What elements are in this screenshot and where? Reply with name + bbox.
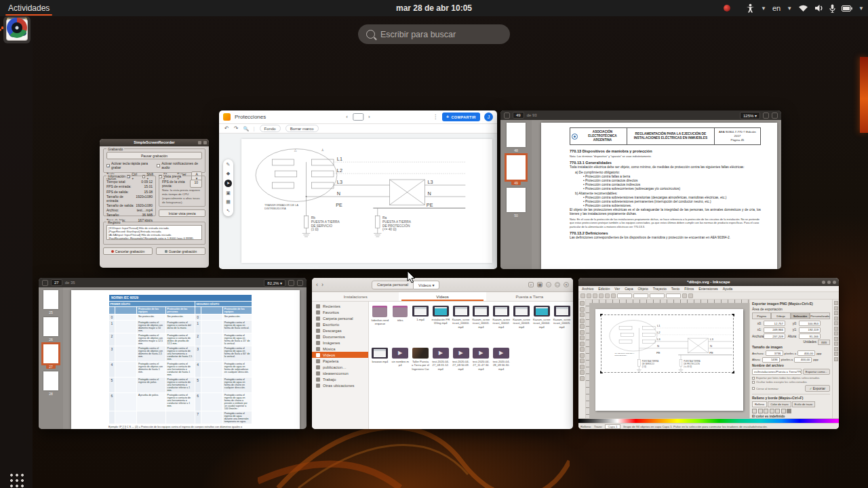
export-area-tab[interactable]: Dibujo bbox=[771, 312, 790, 319]
close-icon[interactable]: × bbox=[564, 282, 569, 287]
accessibility-menu-chevron[interactable]: ▼ bbox=[761, 5, 766, 12]
linear-gradient-icon[interactable] bbox=[764, 409, 768, 413]
menu-item[interactable]: Extensiones bbox=[698, 287, 717, 291]
snap-grid-icon[interactable] bbox=[834, 347, 838, 351]
area-height-spinbox[interactable]: 91,166 bbox=[799, 333, 821, 339]
circle-tool-icon[interactable] bbox=[580, 324, 585, 329]
jamboard-canvas[interactable]: ✎ ◆ ➤ ▣ ▦ ➴ △⅄ bbox=[219, 134, 497, 268]
page-thumbnail[interactable]: 49 bbox=[500, 155, 532, 185]
file-item[interactable]: Kazam_screencast_00001.mp4 bbox=[471, 304, 491, 346]
wifi-icon[interactable] bbox=[798, 4, 808, 12]
filename-input[interactable]: es/Instalaciones/Puesta a Tierra/TN2.png bbox=[752, 369, 802, 375]
close-when-done-checkbox[interactable]: Cerrar al terminar bbox=[752, 387, 778, 390]
no-paint-icon[interactable] bbox=[752, 409, 757, 413]
open-icon[interactable] bbox=[587, 293, 591, 298]
menu-item[interactable]: Texto bbox=[671, 287, 679, 291]
batch-export-checkbox[interactable]: Exportar por lotes todos los objetos sel… bbox=[752, 376, 830, 380]
frame-chip[interactable] bbox=[353, 113, 363, 121]
snap-corner-icon[interactable] bbox=[834, 321, 838, 325]
file-item[interactable]: kdenlive-renderqueue bbox=[370, 304, 390, 346]
zoom-icon[interactable]: 🔍 bbox=[243, 126, 248, 131]
page-thumbnail[interactable]: 48 bbox=[500, 123, 532, 152]
x0-spinbox[interactable]: 12,757 bbox=[764, 321, 785, 326]
menu-item[interactable]: Objeto bbox=[638, 287, 648, 291]
sidebar-place-item[interactable]: Música bbox=[312, 346, 368, 352]
file-item[interactable]: sin nombre.mp4 bbox=[391, 346, 410, 388]
spiral-tool-icon[interactable] bbox=[580, 336, 585, 340]
units-select[interactable]: mm bbox=[818, 340, 830, 345]
sidebar-place-item[interactable]: Otras ubicaciones bbox=[312, 382, 368, 388]
close-icon[interactable] bbox=[297, 280, 303, 286]
files-tab[interactable]: Vídeos bbox=[399, 292, 486, 301]
star-tool-icon[interactable] bbox=[580, 330, 585, 335]
page-number-input[interactable]: 27 bbox=[51, 279, 62, 286]
close-icon[interactable] bbox=[772, 113, 778, 119]
layer-select[interactable]: Capa 1 bbox=[605, 424, 620, 429]
snap-edge-icon[interactable] bbox=[834, 317, 838, 321]
sidebar-toggle-icon[interactable] bbox=[504, 113, 510, 119]
window-files-videos[interactable]: ‹ › Carpeta personal Vídeos ▾ ⌕ ▦ – □ × … bbox=[312, 278, 573, 429]
sidebar-place-item[interactable]: Trabajo bbox=[312, 376, 368, 382]
text-tool-icon[interactable] bbox=[580, 359, 585, 363]
swatch-icon[interactable] bbox=[781, 409, 786, 413]
snap-midpoint-icon[interactable] bbox=[834, 327, 838, 331]
sticky-note-tool-icon[interactable]: ▣ bbox=[226, 190, 231, 196]
forward-icon[interactable]: › bbox=[321, 281, 323, 288]
export-area-tab[interactable]: Página bbox=[752, 312, 771, 319]
window-simplescreenrecorder[interactable]: SimpleScreenRecorder Grabando Pausar gra… bbox=[100, 139, 209, 268]
inkscape-canvas[interactable]: L1 L2 L3 N PE L3 N PE TRANSFORMADOR DE L… bbox=[586, 300, 749, 418]
snap-icon[interactable] bbox=[834, 301, 838, 305]
gradient-tool-icon[interactable] bbox=[580, 365, 585, 369]
menu-icon[interactable] bbox=[288, 280, 294, 286]
thumbnails-sidebar[interactable]: 48 49 50 bbox=[500, 120, 532, 269]
undo-icon[interactable] bbox=[605, 293, 610, 298]
file-item[interactable]: lorawan.mp4 bbox=[370, 346, 390, 388]
export-button[interactable]: Exportar bbox=[805, 385, 831, 392]
activities-button[interactable]: Actividades bbox=[0, 0, 58, 16]
account-avatar[interactable]: J bbox=[484, 113, 493, 121]
y-field[interactable] bbox=[633, 293, 648, 298]
window-inkscape-dibujo[interactable]: *dibujo.svg - Inkscape ArchivoEdiciónVer… bbox=[578, 278, 839, 429]
sidebar-place-item[interactable]: Vídeos bbox=[312, 352, 368, 358]
more-options-icon[interactable]: ⋮ bbox=[433, 114, 438, 120]
export-as-button[interactable]: Exportar como... bbox=[803, 369, 830, 375]
file-item[interactable]: test-2020-04-27_11.47.34.mp4 bbox=[471, 346, 491, 388]
window-buttons[interactable] bbox=[822, 281, 836, 284]
sidebar-place-item[interactable]: Papelera bbox=[312, 358, 368, 364]
zoom-level-select[interactable]: 82,2% ▾ bbox=[264, 279, 285, 287]
calligraphy-tool-icon[interactable] bbox=[580, 353, 585, 358]
ssr-window-buttons[interactable] bbox=[198, 141, 207, 144]
select-tool-icon[interactable]: ➤ bbox=[224, 180, 232, 187]
fill-stroke-tab[interactable]: Estilo de trazo bbox=[792, 401, 816, 407]
rect-tool-icon[interactable] bbox=[580, 319, 585, 323]
search-icon[interactable]: ⌕ bbox=[528, 282, 534, 287]
selector-tool-icon[interactable] bbox=[580, 301, 585, 306]
snap-node-icon[interactable] bbox=[834, 311, 838, 315]
sidebar-toggle-icon[interactable] bbox=[42, 280, 48, 286]
snap-path-icon[interactable] bbox=[834, 337, 838, 341]
battery-icon[interactable] bbox=[842, 5, 852, 12]
sidebar-place-item[interactable]: Escritorio bbox=[312, 321, 368, 327]
jam-document-title[interactable]: Protecciones bbox=[235, 114, 266, 120]
pause-recording-button[interactable]: Pausar grabación bbox=[106, 152, 202, 159]
save-icon[interactable] bbox=[593, 293, 597, 298]
sidebar-place-item[interactable]: Descargas bbox=[312, 327, 368, 333]
x1-spinbox[interactable]: 249,966 bbox=[764, 327, 785, 333]
menu-icon[interactable] bbox=[763, 113, 769, 119]
snap-bbox-icon[interactable] bbox=[834, 306, 838, 310]
zoom-tool-icon[interactable] bbox=[580, 312, 585, 317]
page-thumbnail[interactable]: 25 bbox=[39, 290, 63, 314]
sidebar-place-item[interactable]: Favoritos bbox=[312, 309, 368, 315]
path-videos-button[interactable]: Vídeos ▾ bbox=[414, 281, 439, 289]
image-tool-icon[interactable]: ▦ bbox=[226, 199, 231, 205]
page-number-input[interactable]: 49 bbox=[513, 112, 524, 119]
menu-item[interactable]: Capa bbox=[625, 287, 633, 291]
microphone-icon[interactable] bbox=[829, 4, 835, 13]
dpi-spinbox-2[interactable]: 400,00 bbox=[794, 357, 812, 363]
pen-tool-icon[interactable]: ✎ bbox=[226, 162, 231, 167]
page-thumbnail[interactable]: 28 bbox=[39, 371, 63, 396]
y1-spinbox[interactable]: 192,119 bbox=[799, 327, 821, 333]
ssr-log-box[interactable]: [X11Input::InputThread] Hilo de entrada … bbox=[106, 225, 202, 240]
start-preview-button[interactable]: Iniciar vista previa bbox=[159, 209, 205, 217]
hide-except-checkbox[interactable]: Ocultar todos excepto los seleccionados bbox=[752, 380, 830, 384]
